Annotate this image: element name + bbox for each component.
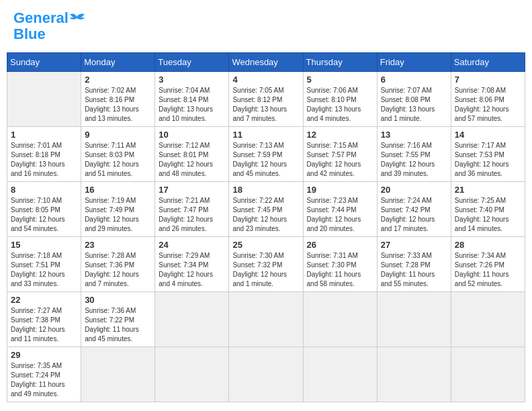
day-info: Sunrise: 7:28 AM Sunset: 7:36 PM Dayligh… [85,251,151,289]
day-info: Sunrise: 7:02 AM Sunset: 8:16 PM Dayligh… [85,86,151,124]
day-number: 28 [455,240,521,250]
column-header-friday: Friday [377,53,451,72]
calendar-cell: 3Sunrise: 7:04 AM Sunset: 8:14 PM Daylig… [155,72,229,127]
calendar-week-row: 1Sunrise: 7:01 AM Sunset: 8:18 PM Daylig… [7,127,525,182]
calendar-cell: 5Sunrise: 7:06 AM Sunset: 8:10 PM Daylig… [303,72,377,127]
day-info: Sunrise: 7:30 AM Sunset: 7:32 PM Dayligh… [232,251,299,289]
calendar-cell: 21Sunrise: 7:25 AM Sunset: 7:40 PM Dayli… [451,182,525,237]
day-number: 2 [85,75,151,85]
calendar-cell: 19Sunrise: 7:23 AM Sunset: 7:44 PM Dayli… [303,182,377,237]
calendar-cell: 17Sunrise: 7:21 AM Sunset: 7:47 PM Dayli… [155,182,229,237]
day-info: Sunrise: 7:04 AM Sunset: 8:14 PM Dayligh… [159,86,225,124]
calendar-week-row: 2Sunrise: 7:02 AM Sunset: 8:16 PM Daylig… [7,72,525,127]
day-number: 9 [85,130,151,140]
logo: GeneralBlue [13,10,86,42]
day-number: 5 [307,75,373,85]
calendar-cell: 16Sunrise: 7:19 AM Sunset: 7:49 PM Dayli… [81,182,155,237]
calendar-cell [229,292,303,347]
calendar-cell [229,347,303,402]
day-number: 7 [455,75,521,85]
day-number: 11 [232,130,299,140]
calendar-cell: 1Sunrise: 7:01 AM Sunset: 8:18 PM Daylig… [7,127,81,182]
day-info: Sunrise: 7:12 AM Sunset: 8:01 PM Dayligh… [159,141,225,179]
day-number: 27 [381,240,447,250]
calendar-cell: 13Sunrise: 7:16 AM Sunset: 7:55 PM Dayli… [377,127,451,182]
day-number: 18 [232,185,299,195]
calendar-cell [81,347,155,402]
day-number: 24 [159,240,225,250]
calendar-cell: 25Sunrise: 7:30 AM Sunset: 7:32 PM Dayli… [229,237,303,292]
column-header-saturday: Saturday [451,53,525,72]
calendar-cell: 23Sunrise: 7:28 AM Sunset: 7:36 PM Dayli… [81,237,155,292]
calendar-cell: 10Sunrise: 7:12 AM Sunset: 8:01 PM Dayli… [155,127,229,182]
day-number: 4 [232,75,299,85]
day-number: 15 [11,240,77,250]
calendar-cell: 26Sunrise: 7:31 AM Sunset: 7:30 PM Dayli… [303,237,377,292]
calendar-cell: 27Sunrise: 7:33 AM Sunset: 7:28 PM Dayli… [377,237,451,292]
day-number: 13 [381,130,447,140]
calendar-cell: 20Sunrise: 7:24 AM Sunset: 7:42 PM Dayli… [377,182,451,237]
day-number: 12 [307,130,373,140]
column-header-sunday: Sunday [7,53,81,72]
calendar-week-row: 8Sunrise: 7:10 AM Sunset: 8:05 PM Daylig… [7,182,525,237]
calendar-cell [303,347,377,402]
column-header-tuesday: Tuesday [155,53,229,72]
calendar-cell [155,292,229,347]
day-number: 14 [455,130,521,140]
day-info: Sunrise: 7:24 AM Sunset: 7:42 PM Dayligh… [381,196,447,234]
day-info: Sunrise: 7:23 AM Sunset: 7:44 PM Dayligh… [307,196,373,234]
calendar-week-row: 29Sunrise: 7:35 AM Sunset: 7:24 PM Dayli… [7,347,525,402]
calendar-cell: 12Sunrise: 7:15 AM Sunset: 7:57 PM Dayli… [303,127,377,182]
day-number: 16 [85,185,151,195]
day-number: 6 [381,75,447,85]
day-number: 26 [307,240,373,250]
calendar-cell: 4Sunrise: 7:05 AM Sunset: 8:12 PM Daylig… [229,72,303,127]
calendar-cell [303,292,377,347]
day-info: Sunrise: 7:34 AM Sunset: 7:26 PM Dayligh… [455,251,521,289]
calendar-cell [377,292,451,347]
day-number: 30 [85,295,151,305]
day-info: Sunrise: 7:27 AM Sunset: 7:38 PM Dayligh… [11,306,77,344]
calendar-table: SundayMondayTuesdayWednesdayThursdayFrid… [7,52,525,402]
logo-text: GeneralBlue [13,10,69,42]
calendar-cell [7,72,81,127]
day-number: 3 [159,75,225,85]
column-header-wednesday: Wednesday [229,53,303,72]
calendar-cell [451,347,525,402]
day-info: Sunrise: 7:07 AM Sunset: 8:08 PM Dayligh… [381,86,447,124]
calendar-cell: 14Sunrise: 7:17 AM Sunset: 7:53 PM Dayli… [451,127,525,182]
calendar-cell: 7Sunrise: 7:08 AM Sunset: 8:06 PM Daylig… [451,72,525,127]
day-info: Sunrise: 7:08 AM Sunset: 8:06 PM Dayligh… [455,86,521,124]
header-row: SundayMondayTuesdayWednesdayThursdayFrid… [7,53,525,72]
calendar-cell: 15Sunrise: 7:18 AM Sunset: 7:51 PM Dayli… [7,237,81,292]
day-number: 19 [307,185,373,195]
day-info: Sunrise: 7:35 AM Sunset: 7:24 PM Dayligh… [11,361,77,399]
calendar-cell: 6Sunrise: 7:07 AM Sunset: 8:08 PM Daylig… [377,72,451,127]
calendar-cell: 22Sunrise: 7:27 AM Sunset: 7:38 PM Dayli… [7,292,81,347]
day-info: Sunrise: 7:11 AM Sunset: 8:03 PM Dayligh… [85,141,151,179]
calendar-cell: 29Sunrise: 7:35 AM Sunset: 7:24 PM Dayli… [7,347,81,402]
column-header-monday: Monday [81,53,155,72]
calendar-cell [155,347,229,402]
day-number: 22 [11,295,77,305]
day-info: Sunrise: 7:25 AM Sunset: 7:40 PM Dayligh… [455,196,521,234]
day-info: Sunrise: 7:17 AM Sunset: 7:53 PM Dayligh… [455,141,521,179]
calendar-cell: 11Sunrise: 7:13 AM Sunset: 7:59 PM Dayli… [229,127,303,182]
calendar-cell: 8Sunrise: 7:10 AM Sunset: 8:05 PM Daylig… [7,182,81,237]
calendar-cell: 2Sunrise: 7:02 AM Sunset: 8:16 PM Daylig… [81,72,155,127]
calendar-cell: 24Sunrise: 7:29 AM Sunset: 7:34 PM Dayli… [155,237,229,292]
logo-bird-icon [67,11,86,28]
day-info: Sunrise: 7:15 AM Sunset: 7:57 PM Dayligh… [307,141,373,179]
day-info: Sunrise: 7:06 AM Sunset: 8:10 PM Dayligh… [307,86,373,124]
day-info: Sunrise: 7:10 AM Sunset: 8:05 PM Dayligh… [11,196,77,234]
day-info: Sunrise: 7:21 AM Sunset: 7:47 PM Dayligh… [159,196,225,234]
day-number: 1 [11,130,77,140]
day-number: 29 [11,350,77,360]
calendar-cell: 9Sunrise: 7:11 AM Sunset: 8:03 PM Daylig… [81,127,155,182]
day-info: Sunrise: 7:29 AM Sunset: 7:34 PM Dayligh… [159,251,225,289]
day-number: 20 [381,185,447,195]
page-header: GeneralBlue [7,7,525,46]
day-info: Sunrise: 7:13 AM Sunset: 7:59 PM Dayligh… [232,141,299,179]
day-info: Sunrise: 7:16 AM Sunset: 7:55 PM Dayligh… [381,141,447,179]
day-number: 21 [455,185,521,195]
